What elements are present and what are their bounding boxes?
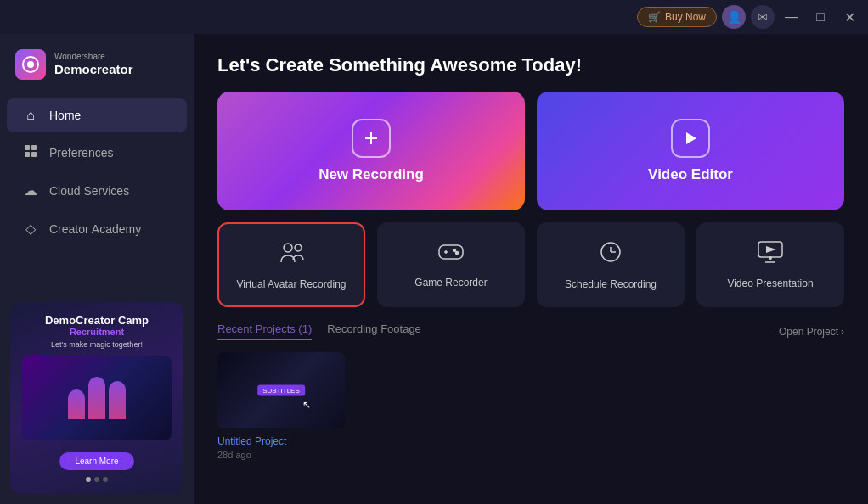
sidebar-promo: DemoCreator Camp Recruitment Let's make …: [10, 302, 183, 494]
cloud-icon: ☁: [22, 182, 39, 199]
svg-point-14: [454, 249, 456, 251]
cart-icon: 🛒: [648, 11, 661, 23]
promo-figures: [68, 377, 126, 419]
project-date: 28d ago: [217, 450, 345, 460]
buy-now-label: Buy Now: [665, 11, 706, 23]
project-name: Untitled Project: [217, 435, 345, 447]
svg-rect-4: [25, 152, 30, 157]
chevron-right-icon: ›: [841, 326, 844, 338]
video-editor-card[interactable]: Video Editor: [537, 92, 844, 210]
new-recording-label: New Recording: [318, 166, 424, 183]
svg-point-20: [769, 256, 772, 260]
schedule-recording-label: Schedule Recording: [565, 278, 657, 290]
video-presentation-label: Video Presentation: [727, 277, 813, 289]
thumb-inner: SUBTITLES ↖: [217, 352, 345, 428]
promo-dot-3: [103, 477, 108, 482]
svg-rect-3: [31, 145, 37, 150]
project-grid: SUBTITLES ↖ Untitled Project 28d ago: [217, 352, 844, 460]
game-recorder-label: Game Recorder: [414, 277, 487, 288]
diamond-icon: ◇: [22, 221, 39, 237]
svg-rect-11: [439, 245, 463, 259]
recent-section: Recent Projects (1) Recording Footage Op…: [217, 322, 844, 487]
promo-dots: [86, 477, 108, 482]
promo-learn-button[interactable]: Learn More: [59, 452, 133, 470]
figure-3: [109, 381, 126, 419]
page-heading: Let's Create Something Awesome Today!: [217, 54, 844, 76]
sidebar-item-label: Preferences: [49, 146, 113, 160]
sidebar-item-preferences[interactable]: Preferences: [7, 136, 187, 170]
new-recording-icon: [352, 119, 391, 158]
svg-rect-5: [31, 152, 37, 157]
logo-brand: Wondershare: [54, 52, 133, 62]
mail-icon: ✉: [758, 10, 768, 24]
promo-image: [22, 356, 172, 440]
svg-rect-2: [25, 145, 30, 150]
svg-point-9: [284, 244, 292, 252]
close-icon: ✕: [844, 9, 855, 25]
new-recording-card[interactable]: New Recording: [217, 92, 525, 210]
video-editor-label: Video Editor: [648, 166, 733, 183]
svg-point-10: [295, 244, 302, 251]
schedule-recording-card[interactable]: Schedule Recording: [537, 222, 685, 307]
open-project-label: Open Project: [779, 326, 838, 338]
virtual-avatar-icon: [278, 240, 305, 270]
figure-1: [68, 389, 85, 419]
logo-text: Wondershare Democreator: [54, 52, 133, 77]
user-avatar-button[interactable]: 👤: [722, 5, 746, 29]
sidebar-item-home[interactable]: ⌂ Home: [7, 98, 187, 132]
thumb-label-chip: SUBTITLES: [257, 385, 305, 396]
game-recorder-icon: [437, 242, 465, 268]
maximize-icon: □: [816, 9, 825, 25]
game-recorder-card[interactable]: Game Recorder: [377, 222, 525, 307]
svg-marker-8: [686, 132, 696, 144]
svg-point-15: [456, 251, 459, 254]
sidebar-item-cloud-services[interactable]: ☁ Cloud Services: [7, 173, 187, 208]
logo-area: Wondershare Democreator: [0, 41, 194, 97]
promo-subtitle: Recruitment: [70, 327, 124, 337]
close-button[interactable]: ✕: [837, 5, 861, 29]
app-body: Wondershare Democreator ⌂ Home Preferenc…: [0, 34, 868, 504]
promo-tagline: Let's make magic together!: [51, 340, 143, 349]
sidebar-item-label: Home: [49, 109, 81, 122]
grid-icon: [22, 145, 39, 160]
sidebar: Wondershare Democreator ⌂ Home Preferenc…: [0, 34, 194, 504]
tab-recent-projects[interactable]: Recent Projects (1): [217, 322, 312, 340]
tab-recording-footage[interactable]: Recording Footage: [327, 322, 421, 340]
logo-icon: [15, 49, 46, 80]
titlebar: 🛒 Buy Now 👤 ✉ — □ ✕: [0, 0, 868, 34]
tool-row: Virtual Avatar Recording Game Recorder: [217, 222, 844, 307]
logo-name: Democreator: [54, 62, 133, 77]
minimize-icon: —: [785, 9, 798, 25]
video-presentation-icon: [758, 241, 783, 269]
mail-button[interactable]: ✉: [751, 5, 775, 29]
open-project-link[interactable]: Open Project ›: [779, 326, 844, 338]
video-editor-icon: [671, 119, 710, 158]
promo-dot-2: [94, 477, 99, 482]
figure-2: [88, 377, 105, 419]
buy-now-button[interactable]: 🛒 Buy Now: [637, 7, 717, 27]
virtual-avatar-card[interactable]: Virtual Avatar Recording: [217, 222, 365, 307]
sidebar-item-creator-academy[interactable]: ◇ Creator Academy: [7, 211, 187, 246]
maximize-button[interactable]: □: [809, 5, 832, 29]
recent-tabs: Recent Projects (1) Recording Footage: [217, 322, 421, 340]
svg-point-1: [27, 61, 34, 68]
project-thumbnail: SUBTITLES ↖: [217, 352, 345, 428]
schedule-recording-icon: [599, 240, 623, 270]
sidebar-item-label: Creator Academy: [49, 222, 141, 236]
svg-marker-22: [766, 246, 776, 253]
main-content: Let's Create Something Awesome Today! Ne…: [194, 34, 868, 504]
sidebar-item-label: Cloud Services: [49, 184, 129, 198]
virtual-avatar-label: Virtual Avatar Recording: [237, 278, 347, 290]
promo-dot-1: [86, 477, 91, 482]
project-card[interactable]: SUBTITLES ↖ Untitled Project 28d ago: [217, 352, 345, 460]
person-icon: 👤: [727, 10, 741, 24]
video-presentation-card[interactable]: Video Presentation: [696, 222, 844, 307]
cursor-icon: ↖: [302, 399, 309, 406]
home-icon: ⌂: [22, 108, 39, 123]
promo-title: DemoCreator Camp: [45, 314, 149, 327]
minimize-button[interactable]: —: [780, 5, 803, 29]
hero-row: New Recording Video Editor: [217, 92, 844, 210]
recent-header: Recent Projects (1) Recording Footage Op…: [217, 322, 844, 340]
